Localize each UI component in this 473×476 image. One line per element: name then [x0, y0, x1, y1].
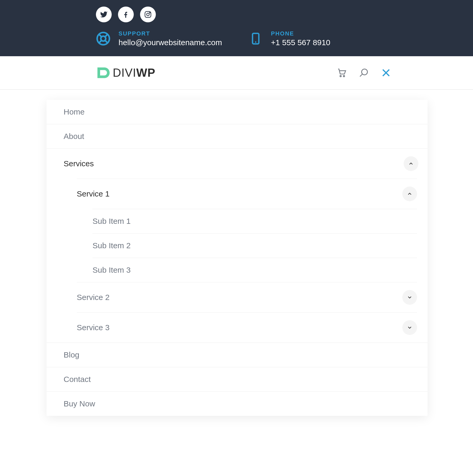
- nav-item-contact[interactable]: Contact: [47, 367, 428, 392]
- nav-item-sub-2[interactable]: Sub Item 2: [92, 233, 417, 258]
- site-header: DIVIWP: [0, 56, 473, 90]
- svg-point-11: [340, 75, 341, 77]
- nav-item-sub-1[interactable]: Sub Item 1: [92, 209, 417, 233]
- mobile-nav-menu: Home About Services Service 1: [47, 100, 428, 416]
- header-actions: [337, 67, 392, 78]
- logo-mark-icon: [96, 65, 111, 80]
- svg-line-5: [99, 34, 102, 37]
- svg-line-6: [105, 40, 108, 43]
- contact-row: SUPPORT hello@yourwebsitename.com PHONE …: [50, 30, 423, 47]
- nav-label: Sub Item 3: [92, 266, 131, 275]
- collapse-toggle[interactable]: [404, 156, 418, 171]
- nav-label: Service 3: [77, 323, 110, 332]
- cart-icon[interactable]: [337, 68, 347, 78]
- nav-label: Buy Now: [64, 399, 95, 408]
- lifebuoy-icon: [96, 31, 111, 46]
- nav-label: Contact: [64, 375, 91, 384]
- svg-point-12: [343, 75, 345, 77]
- nav-item-service-2[interactable]: Service 2: [77, 282, 417, 312]
- nav-item-service-3[interactable]: Service 3: [77, 312, 417, 343]
- expand-toggle[interactable]: [402, 320, 417, 335]
- search-icon[interactable]: [359, 68, 369, 78]
- twitter-icon[interactable]: [96, 7, 112, 22]
- expand-toggle[interactable]: [402, 290, 417, 305]
- chevron-down-icon: [407, 325, 413, 330]
- nav-label: Blog: [64, 350, 79, 359]
- site-logo[interactable]: DIVIWP: [96, 65, 155, 80]
- support-label: SUPPORT: [119, 30, 222, 37]
- nav-label: Service 1: [77, 189, 110, 198]
- chevron-up-icon: [407, 191, 413, 197]
- svg-point-1: [147, 13, 149, 16]
- phone-contact: PHONE +1 555 567 8910: [248, 30, 330, 47]
- svg-line-14: [360, 74, 363, 77]
- support-contact: SUPPORT hello@yourwebsitename.com: [96, 30, 222, 47]
- nav-item-blog[interactable]: Blog: [47, 343, 428, 367]
- nav-label: Sub Item 2: [92, 241, 131, 250]
- phone-value[interactable]: +1 555 567 8910: [271, 38, 330, 47]
- top-bar: SUPPORT hello@yourwebsitename.com PHONE …: [0, 0, 473, 56]
- instagram-icon[interactable]: [140, 7, 156, 22]
- close-icon[interactable]: [381, 67, 392, 78]
- nav-item-home[interactable]: Home: [47, 100, 428, 124]
- nav-item-about[interactable]: About: [47, 124, 428, 149]
- nav-label: Services: [64, 159, 94, 168]
- support-value[interactable]: hello@yourwebsitename.com: [119, 38, 222, 47]
- nav-item-services[interactable]: Services Service 1 Sub Item 1: [47, 149, 428, 343]
- chevron-down-icon: [407, 294, 413, 300]
- svg-point-2: [150, 12, 150, 13]
- logo-text: DIVIWP: [113, 66, 155, 79]
- svg-line-7: [105, 34, 108, 37]
- nav-item-sub-3[interactable]: Sub Item 3: [92, 258, 417, 282]
- svg-point-4: [101, 36, 106, 41]
- svg-line-8: [99, 40, 102, 43]
- social-icons-row: [50, 7, 423, 22]
- nav-label: Service 2: [77, 293, 110, 302]
- svg-point-13: [362, 69, 367, 75]
- phone-label: PHONE: [271, 30, 330, 37]
- nav-label: About: [64, 132, 84, 141]
- nav-item-buy-now[interactable]: Buy Now: [47, 392, 428, 416]
- nav-item-service-1[interactable]: Service 1 Sub Item 1 Sub Item 2: [77, 179, 417, 282]
- collapse-toggle[interactable]: [402, 187, 417, 201]
- phone-icon: [248, 31, 263, 46]
- nav-label: Sub Item 1: [92, 217, 131, 226]
- nav-label: Home: [64, 107, 85, 116]
- facebook-icon[interactable]: [118, 7, 134, 22]
- chevron-up-icon: [408, 161, 414, 167]
